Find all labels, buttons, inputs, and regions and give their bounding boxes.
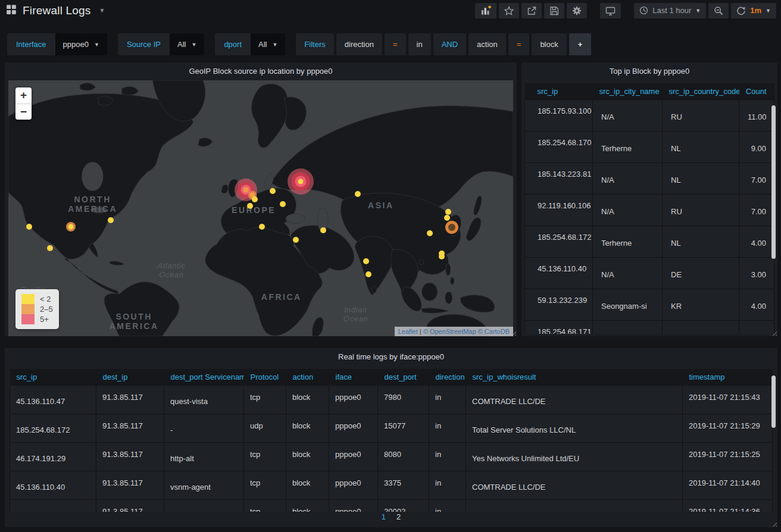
zoom-out-button[interactable]: − [15, 104, 32, 120]
table-cell: 185.254.68.170 [525, 131, 593, 162]
save-button[interactable] [544, 3, 564, 18]
filter-token[interactable]: action [468, 33, 506, 55]
table-row[interactable]: 46.174.191.2991.3.85.117http-alttcpblock… [10, 442, 773, 471]
interface-value-dropdown[interactable]: pppoe0▼ [55, 33, 107, 55]
table-cell: 8080 [378, 442, 429, 471]
legend-label: < 2 [40, 295, 51, 303]
add-panel-button[interactable] [475, 3, 496, 18]
panel-title[interactable]: Real time logs by iface:pppoe0 [5, 348, 777, 366]
table-cell: 2.00 [739, 320, 774, 334]
filter-bar: Interface pppoe0▼ Source IP All▼ dport A… [7, 33, 591, 55]
time-picker-caret-icon: ▼ [695, 8, 701, 14]
table-cell: 7.00 [739, 194, 774, 226]
filter-token[interactable]: = [508, 33, 530, 55]
column-header[interactable]: Protocol [244, 369, 286, 385]
marker-ring [280, 201, 286, 207]
table-cell: 3375 [378, 471, 429, 499]
realtime-logs-panel: Real time logs by iface:pppoe0 src_ipdes… [5, 348, 777, 527]
panel-title[interactable]: GeoIP Block source ip location by pppoe0 [5, 62, 517, 80]
table-cell: NL [663, 162, 739, 194]
table-row[interactable]: 92.119.160.106N/ARU7.00 [525, 194, 774, 226]
dashboard-title-caret-icon[interactable]: ▼ [99, 7, 105, 14]
tv-mode-button[interactable] [600, 3, 621, 18]
marker-ring [320, 227, 326, 233]
openstreetmap-link[interactable]: © OpenStreetMap [423, 328, 476, 335]
filter-expression: direction=inANDaction=block+ [336, 33, 592, 55]
table-cell: block [286, 499, 329, 512]
star-button[interactable] [499, 3, 519, 18]
cartodb-link[interactable]: © CartoDB [478, 328, 510, 335]
column-header[interactable]: direction [429, 369, 466, 385]
table-cell: in [429, 385, 466, 414]
column-header[interactable]: dest_ip [96, 369, 164, 385]
leaflet-link[interactable]: Leaflet [398, 328, 418, 335]
column-header[interactable]: src_ip_city_name [593, 83, 663, 99]
scrollbar-thumb[interactable] [771, 105, 776, 259]
dashboard-title[interactable]: Firewall Logs [23, 4, 91, 17]
scrollbar-thumb[interactable] [771, 375, 776, 428]
table-cell: DE [663, 257, 739, 289]
filter-token[interactable]: in [408, 33, 431, 55]
table-row[interactable]: 45.136.110.4091.3.85.117vsnm-agenttcpblo… [10, 471, 773, 499]
refresh-caret-icon: ▼ [766, 8, 771, 14]
table-cell: http-alt [164, 442, 244, 471]
marker-ring [247, 203, 253, 209]
chevron-down-icon: ▼ [191, 42, 196, 48]
table-row[interactable]: 45.136.110.40N/ADE3.00 [525, 257, 774, 289]
world-map[interactable]: NORTH AMERICAEUROPEASIAAFRICASOUTH AMERI… [8, 80, 513, 336]
marker-ring [365, 271, 371, 277]
column-header[interactable]: Count [739, 83, 774, 99]
refresh-button[interactable]: 1m ▼ [731, 3, 776, 18]
filter-token[interactable]: = [385, 33, 406, 55]
filter-token[interactable]: + [569, 33, 592, 55]
column-header[interactable]: src_ip [10, 369, 96, 385]
settings-gear-icon[interactable] [567, 3, 587, 18]
table-row[interactable]: 91.3.85.117commtact-httptcpblockpppoe020… [10, 499, 773, 512]
source-ip-value-dropdown[interactable]: All▼ [170, 33, 204, 55]
panel-title[interactable]: Top ip Block by pppoe0 [521, 62, 777, 80]
column-header[interactable]: timestamp [683, 369, 773, 385]
marker-ring [270, 188, 276, 194]
table-cell: Terherne [593, 226, 663, 257]
map-attribution: Leaflet | © OpenStreetMap © CartoDB [395, 327, 513, 336]
column-header[interactable]: src_ip_whoisresult [466, 369, 683, 385]
apps-grid-icon[interactable] [6, 4, 17, 17]
table-row[interactable]: 185.254.68.170TerherneNL9.00 [525, 131, 774, 162]
table-row[interactable]: 185.254.68.172TerherneNL4.00 [525, 226, 774, 257]
interface-label: Interface [7, 33, 55, 55]
table-row[interactable]: 59.13.232.239Seongnam-siKR4.00 [525, 289, 774, 320]
zoom-in-button[interactable]: + [15, 87, 32, 104]
table-cell: 11.00 [739, 99, 774, 131]
column-header[interactable]: iface [329, 369, 378, 385]
page-link[interactable]: 1 [382, 512, 386, 521]
dport-value-dropdown[interactable]: All▼ [251, 33, 285, 55]
filter-token[interactable]: direction [336, 33, 382, 55]
column-header[interactable]: dest_port [378, 369, 429, 385]
table-row[interactable]: 185.175.93.100N/ARU11.00 [525, 99, 774, 131]
legend-item: 2–5 [21, 304, 53, 314]
table-cell: N/A [593, 99, 663, 131]
table-row[interactable]: 185.254.68.17291.3.85.117-udpblockpppoe0… [10, 414, 773, 442]
time-picker-button[interactable]: Last 1 hour ▼ [634, 3, 706, 18]
chevron-down-icon: ▼ [94, 42, 99, 48]
panel-resize-handle[interactable] [771, 521, 777, 527]
legend-item: < 2 [21, 294, 53, 304]
table-cell: in [429, 471, 466, 499]
marker-ring [47, 245, 53, 251]
zoom-out-time-button[interactable] [708, 3, 729, 18]
column-header[interactable]: dest_port Servicename [164, 369, 244, 385]
column-header[interactable]: src_ip_country_code [663, 83, 739, 99]
column-header[interactable]: src_ip [525, 83, 593, 99]
table-row[interactable]: 45.136.110.4791.3.85.117quest-vistatcpbl… [10, 385, 773, 414]
table-cell: udp [244, 414, 286, 442]
column-header[interactable]: action [286, 369, 329, 385]
table-cell: vsnm-agent [164, 471, 244, 499]
table-row[interactable]: 185.254.68.171TerherneNL2.00 [525, 320, 774, 334]
table-cell [466, 499, 683, 512]
page-link[interactable]: 2 [396, 512, 401, 521]
table-row[interactable]: 185.143.223.81N/ANL7.00 [525, 162, 774, 194]
legend-label: 5+ [40, 315, 49, 324]
filter-token[interactable]: block [532, 33, 566, 55]
share-button[interactable] [521, 3, 542, 18]
filter-token[interactable]: AND [433, 33, 466, 55]
